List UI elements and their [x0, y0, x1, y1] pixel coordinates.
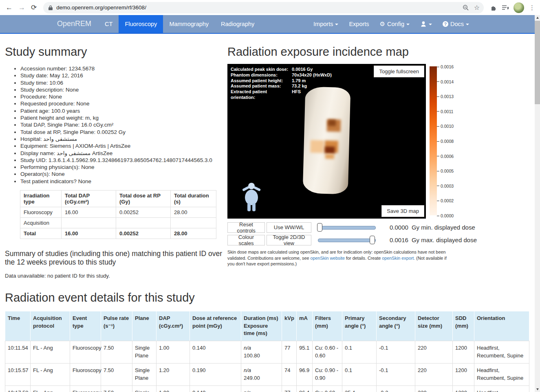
padlock-icon[interactable] [48, 5, 53, 11]
openskin-website-link[interactable]: openSkin website [310, 256, 345, 261]
skin-dose-map-canvas[interactable]: Calculated peak skin dose:0.0016 GyPhant… [227, 64, 426, 219]
nav-tab-ct[interactable]: CT [99, 15, 119, 33]
summary-item: Operator(s): None [20, 171, 227, 177]
scroll-up-arrow[interactable] [535, 15, 540, 20]
nav-exports[interactable]: Exports [344, 15, 374, 33]
toggle-2d3d-button[interactable]: Toggle 2D/3D view [267, 235, 311, 245]
table-cell: 16.00 [62, 228, 116, 239]
event-col-header: Duration (ms) Exposure time (ms) [241, 311, 282, 341]
nav-tab-mammography[interactable]: Mammography [163, 15, 215, 33]
back-icon[interactable]: ← [6, 4, 13, 12]
browser-toolbar: ← → ⟳ demo.openrem.org/openrem/rf/3608/ … [0, 0, 540, 15]
table-row: Fluoroscopy16.000.0025228.00 [20, 207, 216, 218]
summary-item: Total dose at RP, Single Plane: 0.00252 … [20, 129, 227, 136]
overlay-label: Assumed patient mass: [231, 83, 292, 89]
overlay-value: HFS [292, 89, 301, 101]
url-text[interactable]: demo.openrem.org/openrem/rf/3608/ [56, 4, 462, 11]
reading-list-icon[interactable] [502, 4, 509, 11]
cell-orientation: Headfirst, Recumbent, Supine [474, 385, 529, 392]
cell-dose_rp: 0.140 [190, 341, 241, 364]
overlay-label: Assumed patient height: [231, 78, 292, 84]
cell-plane: Single Plane [132, 363, 156, 385]
cell-sdd: 1200 [453, 385, 474, 392]
table-cell: Fluoroscopy [20, 207, 62, 218]
browser-menu-icon[interactable]: ⋮ [529, 4, 535, 11]
summary-item: Equipment: Siemens | AXIOM-Artis | Artis… [20, 142, 227, 149]
nav-tabs: CTFluoroscopyMammographyRadiography [99, 15, 260, 33]
event-col-header: Orientation [474, 311, 529, 341]
cell-filters: Cu: 0.60 - 0.60 [313, 341, 342, 364]
cell-dap: 1.00 [156, 385, 190, 392]
use-wwwl-button[interactable]: Use WW/WL [267, 222, 311, 233]
slider-handle[interactable] [370, 236, 375, 244]
summary-item: Procedure: None [20, 93, 227, 100]
chevron-down-icon [466, 24, 469, 25]
table-cell: 0.00252 [116, 228, 171, 239]
overlay-row: Extracted patient orientation:HFS [231, 89, 332, 101]
colorbar-tick: 0.0008 [437, 139, 454, 144]
save-3d-map-button[interactable]: Save 3D map [381, 205, 424, 217]
table-cell: Total [20, 228, 62, 239]
openskin-export-link[interactable]: openSkin export. [382, 256, 415, 261]
overlay-label: Extracted patient orientation: [231, 89, 292, 101]
cell-orientation: Headfirst, Recumbent, Supine [474, 363, 529, 385]
cell-time: 10:11.54 [5, 341, 31, 364]
summary-item: Hospital: مستشفى واحد [20, 136, 227, 142]
cell-kvp: 74 [282, 363, 297, 385]
table-cell: 0.00252 [116, 207, 171, 218]
matching-studies-heading: Summary of studies (including this one) … [5, 250, 225, 267]
bookmark-star-icon[interactable]: ☆ [474, 4, 480, 11]
colour-scales-button[interactable]: Colour scales [227, 235, 265, 245]
overlay-row: Phantom dimensions:70x34x20 (HxWxD) [231, 72, 332, 78]
colorbar-tick: 0.0013 [437, 94, 454, 99]
nav-tab-fluoroscopy[interactable]: Fluoroscopy [119, 15, 163, 33]
reload-icon[interactable]: ⟳ [31, 3, 37, 12]
nav-user[interactable] [415, 15, 437, 33]
cell-dose_rp: 0.140 [190, 385, 241, 392]
toggle-fullscreen-button[interactable]: Toggle fullscreen [374, 66, 424, 77]
cell-event_type: Fluoroscopy [70, 363, 101, 385]
extensions-puzzle-icon[interactable] [490, 4, 497, 11]
duration-na: n/a [244, 345, 251, 351]
nav-tab-radiography[interactable]: Radiography [215, 15, 260, 33]
cell-secondary_angle: -0.1 [377, 363, 415, 385]
cell-dap: 1.20 [156, 363, 190, 385]
slider-handle[interactable] [317, 223, 322, 232]
summary-item: Performing physician(s): None [20, 164, 227, 171]
irradiation-table-header: Irradiation typeTotal DAP (cGy.cm²)Total… [20, 191, 216, 207]
study-summary-list: Accession number: 1234.5678Study date: M… [5, 65, 227, 185]
scroll-down-arrow[interactable] [535, 387, 540, 392]
nav-docs[interactable]: ?Docs [437, 15, 474, 33]
nav-config[interactable]: ⚙Config [375, 15, 415, 33]
address-bar[interactable]: demo.openrem.org/openrem/rf/3608/ ☆ [43, 2, 484, 13]
colorbar-tick: 0.0010 [437, 124, 454, 129]
max-dose-slider[interactable] [318, 235, 376, 245]
irradiation-col-header: Total dose at RP (Gy) [116, 191, 171, 207]
duration-na: n/a [244, 367, 251, 373]
cell-orientation: Headfirst, Recumbent, Supine [474, 341, 529, 364]
page-scrollbar[interactable] [535, 15, 540, 392]
event-row: 10:17.58FL - AngFluoroscopy7.50Single Pl… [5, 385, 529, 392]
reset-controls-button[interactable]: Reset controls [227, 222, 265, 233]
cell-plane: Single Plane [132, 341, 156, 364]
table-row: Total16.000.0025228.00 [20, 228, 216, 239]
colorbar-tick: 0.0011 [437, 109, 453, 114]
summary-item: Requested procedure: None [20, 100, 227, 107]
zoom-out-icon[interactable] [463, 4, 469, 11]
summary-item: Study date: May 12, 2016 [20, 72, 227, 79]
event-col-header: Dose at reference point (mGy) [190, 311, 241, 341]
summary-item: Patient height and weight: m, kg [20, 114, 227, 121]
cell-sdd: 1200 [453, 341, 474, 364]
nav-imports[interactable]: Imports [308, 15, 344, 33]
table-row: Acquisition [20, 218, 216, 228]
profile-avatar[interactable] [514, 2, 524, 13]
forward-icon[interactable]: → [18, 4, 25, 12]
cell-primary_angle: 0.1 [342, 341, 377, 364]
summary-item: Test patient indicators? None [20, 178, 227, 185]
brand-openrem[interactable]: OpenREM [57, 15, 99, 33]
colorbar-tick: 0.0000 [437, 213, 454, 218]
scrollbar-thumb[interactable] [535, 21, 540, 104]
min-dose-slider[interactable] [318, 222, 376, 233]
cell-detector_size: 220 [415, 363, 453, 385]
event-table-header: TimeAcquisition protocolEvent typePulse … [5, 311, 529, 341]
